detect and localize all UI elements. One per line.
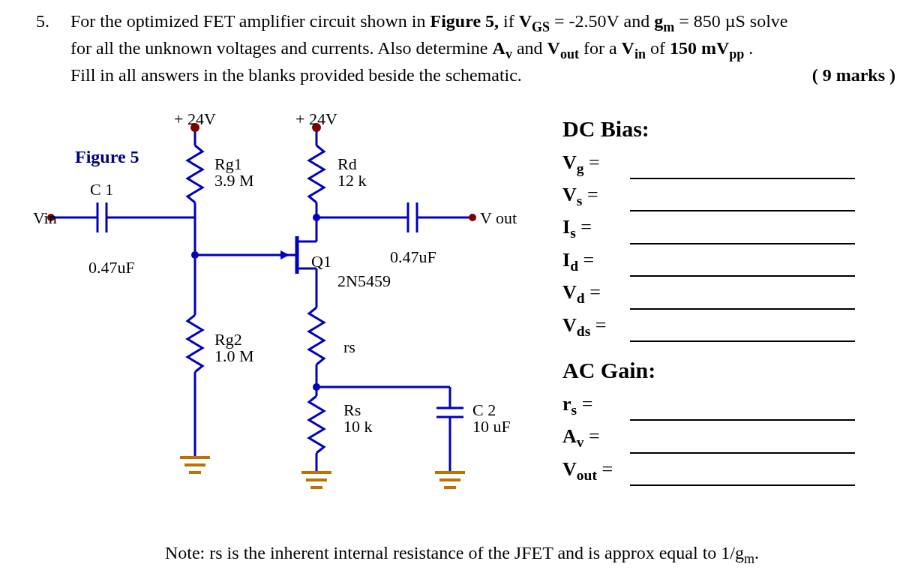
gm-sub: m	[663, 20, 674, 34]
note-text: Note: rs is the inherent internal resist…	[0, 543, 924, 567]
id-main: I	[562, 249, 570, 271]
row-is: Is =	[562, 213, 892, 244]
dc-bias-heading: DC Bias:	[562, 112, 892, 146]
svg-point-31	[469, 214, 476, 221]
q1-name: Q1	[311, 252, 332, 272]
c1-name: C 1	[90, 180, 113, 200]
vds-main: V	[562, 314, 577, 336]
blank-vds[interactable]	[630, 324, 855, 342]
eq-av: =	[584, 425, 600, 447]
vout-label: V out	[480, 208, 517, 228]
vin-suffix: pp	[729, 46, 744, 62]
vin-sub: in	[634, 46, 646, 62]
blank-is[interactable]	[630, 226, 855, 244]
eq-vs: =	[582, 184, 598, 206]
vgs-pre: V	[519, 11, 532, 31]
blank-rs[interactable]	[630, 403, 855, 421]
schematic: Figure 5 + 24V + 24V Vin V out C 1 0.47u…	[30, 105, 555, 525]
cout-val: 0.47uF	[390, 248, 436, 267]
question-text: 5. For the optimized FET amplifier circu…	[36, 9, 902, 88]
supply-2: + 24V	[296, 110, 338, 129]
question-number: 5.	[36, 9, 66, 33]
rg2-val: 1.0 M	[214, 346, 254, 366]
note-b: .	[754, 543, 759, 562]
eq-is: =	[576, 216, 592, 238]
vin-label: Vin	[33, 208, 57, 228]
vg-sub: g	[577, 160, 584, 176]
q-text-2b: and	[517, 38, 548, 58]
row-vds: Vds =	[562, 311, 892, 342]
eq-vg: =	[584, 152, 600, 173]
row-id: Id =	[562, 246, 892, 277]
vin-pre: V	[622, 38, 634, 58]
blank-vd[interactable]	[630, 292, 855, 310]
ac-gain-heading: AC Gain:	[562, 354, 892, 387]
id-sub: d	[570, 258, 578, 274]
rs-sub: s	[572, 402, 578, 418]
gm-symbol: gm	[654, 11, 674, 31]
eq-vds: =	[590, 314, 606, 336]
eq-rs: =	[577, 393, 592, 415]
vout-sub2: out	[577, 467, 597, 483]
row-vg: Vg =	[562, 148, 892, 179]
vin-symbol: Vin	[622, 38, 646, 58]
vout-pre: V	[548, 38, 560, 58]
row-vout: Vout =	[562, 455, 892, 486]
av-sub2: v	[577, 434, 584, 450]
row-rs: rs =	[562, 390, 892, 421]
vd-main: V	[562, 281, 577, 303]
row-vd: Vd =	[562, 278, 892, 309]
q-text-2d: of	[650, 38, 670, 58]
row-vs: Vs =	[562, 181, 892, 212]
blank-vout[interactable]	[630, 468, 855, 486]
q-text-1b: if	[503, 11, 519, 31]
marks: ( 9 marks )	[812, 63, 896, 87]
row-av: Av =	[562, 422, 892, 453]
av-pre: A	[493, 38, 506, 58]
rs-main: r	[562, 393, 572, 415]
rs-big-val: 10 k	[344, 417, 373, 436]
figure-label: Figure 5	[75, 147, 140, 167]
av-symbol: Av	[493, 38, 512, 58]
c2-val: 10 uF	[472, 417, 511, 436]
note-sub: m	[744, 551, 754, 566]
q-text-1a: For the optimized FET amplifier circuit …	[70, 11, 430, 31]
vgs-sub: GS	[532, 20, 550, 34]
q-text-2a: for all the unknown voltages and current…	[70, 38, 493, 58]
vout-main: V	[562, 458, 577, 480]
vout-sub: out	[560, 46, 579, 62]
eq-id: =	[578, 249, 594, 271]
vs-main: V	[562, 184, 577, 206]
q-text-2c: for a	[584, 38, 622, 58]
answers-panel: DC Bias: Vg = Vs = Is = Id = Vd = Vds = …	[562, 112, 892, 488]
q1-part: 2N5459	[338, 272, 391, 291]
av-main: A	[562, 425, 577, 447]
gm-pre: g	[654, 11, 663, 31]
blank-id[interactable]	[630, 259, 855, 277]
vds-sub: ds	[577, 323, 590, 339]
gm-expr: = 850 µS solve	[679, 11, 788, 31]
c1-val: 0.47uF	[88, 258, 135, 278]
vout-symbol: Vout	[548, 38, 579, 58]
vd-sub: d	[577, 291, 585, 307]
blank-av[interactable]	[630, 436, 855, 454]
rs-name: rs	[344, 338, 356, 357]
svg-marker-16	[280, 250, 290, 260]
av-sub: v	[506, 46, 512, 62]
rd-val: 12 k	[338, 171, 367, 190]
vgs-symbol: VGS	[519, 11, 550, 31]
eq-vd: =	[585, 281, 601, 303]
question-body: For the optimized FET amplifier circuit …	[70, 9, 896, 88]
blank-vg[interactable]	[630, 161, 855, 179]
q-text-2e: .	[748, 38, 753, 58]
supply-1: + 24V	[174, 110, 216, 129]
q-text-3: Fill in all answers in the blanks provid…	[70, 65, 522, 85]
vgs-expr: = -2.50V and	[554, 11, 654, 31]
figure-ref: Figure 5,	[430, 11, 499, 31]
is-main: I	[562, 216, 570, 238]
vin-val: 150 mV	[670, 38, 729, 58]
rg1-val: 3.9 M	[214, 171, 254, 190]
is-sub: s	[570, 226, 576, 242]
vin-value: 150 mVpp	[670, 38, 744, 58]
blank-vs[interactable]	[630, 194, 855, 212]
